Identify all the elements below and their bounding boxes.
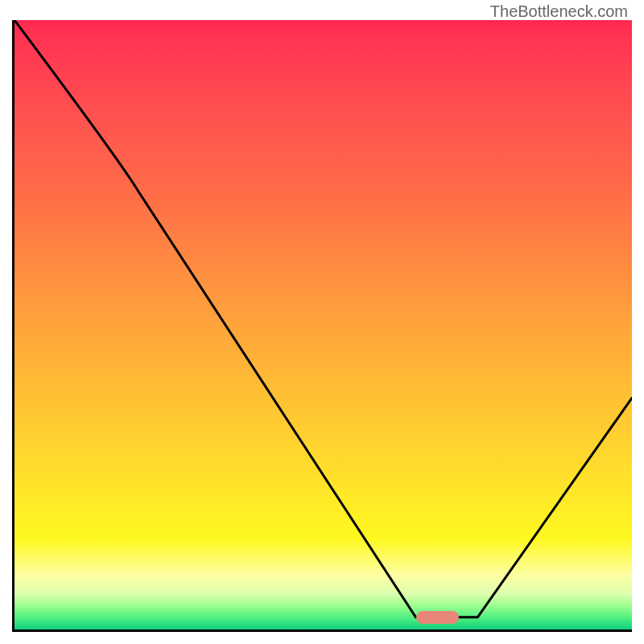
optimal-zone-marker [416, 611, 460, 624]
bottleneck-curve [14, 20, 632, 630]
chart-area [12, 20, 632, 632]
chart-x-axis [12, 630, 632, 632]
watermark-text: TheBottleneck.com [490, 2, 628, 21]
